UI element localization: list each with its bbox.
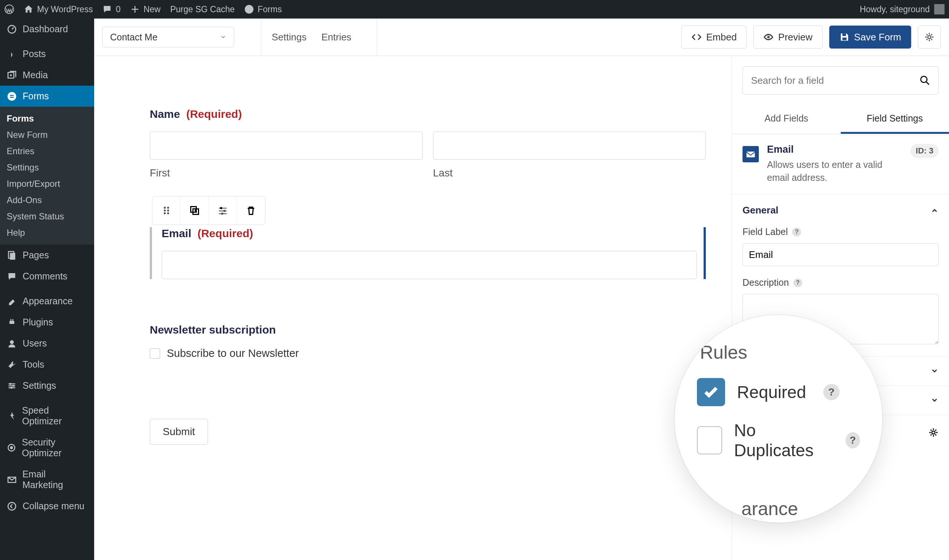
pin-icon [7, 49, 17, 59]
site-name-link[interactable]: My WordPress [24, 5, 93, 14]
eye-icon [763, 32, 774, 42]
first-name-input[interactable] [150, 132, 423, 160]
email-input[interactable] [161, 251, 697, 279]
name-field-label: Name (Required) [150, 108, 706, 120]
subitem-addons[interactable]: Add-Ons [0, 192, 94, 208]
cond-logic-settings[interactable] [928, 427, 938, 439]
preview-button[interactable]: Preview [753, 26, 822, 49]
svg-rect-6 [10, 97, 14, 98]
help-icon[interactable]: ? [846, 432, 860, 448]
toolbar-settings-link[interactable]: Settings [272, 31, 306, 43]
svg-point-17 [10, 446, 13, 449]
sidebar-item-collapse[interactable]: Collapse menu [0, 495, 94, 517]
purge-cache-link[interactable]: Purge SG Cache [170, 5, 235, 14]
comments-link[interactable]: 0 [102, 5, 120, 14]
sidebar-item-users[interactable]: Users [0, 333, 94, 354]
svg-point-23 [928, 35, 931, 38]
sidebar-item-media[interactable]: Media [0, 65, 94, 86]
svg-point-20 [768, 36, 770, 38]
toolbar-entries-link[interactable]: Entries [321, 31, 351, 43]
gear-icon [928, 427, 938, 438]
forms-icon [7, 91, 17, 102]
svg-rect-21 [842, 33, 846, 36]
no-duplicates-checkbox[interactable] [697, 426, 722, 454]
form-name: Contact Me [110, 32, 158, 43]
sidebar-item-speed[interactable]: Speed Optimizer [0, 400, 94, 432]
chevron-down-icon [931, 396, 938, 405]
svg-rect-39 [747, 152, 755, 157]
collapse-icon [7, 501, 17, 511]
duplicate-button[interactable] [180, 197, 209, 225]
search-input[interactable] [751, 75, 920, 86]
wp-logo[interactable] [5, 5, 14, 14]
subitem-status[interactable]: System Status [0, 208, 94, 225]
svg-point-19 [8, 502, 16, 510]
field-name[interactable]: Name (Required) First Last [150, 108, 706, 179]
new-content-link[interactable]: New [130, 5, 160, 14]
sidebar-item-settings[interactable]: Settings [0, 375, 94, 396]
delete-button[interactable] [237, 197, 265, 225]
field-id-badge: ID: 3 [911, 144, 938, 158]
svg-point-24 [163, 207, 165, 209]
drag-handle[interactable] [152, 197, 180, 225]
save-icon [839, 32, 850, 42]
sidebar-item-comments[interactable]: Comments [0, 266, 94, 287]
security-icon [7, 443, 16, 453]
section-general-header[interactable]: General [732, 194, 949, 226]
tab-field-settings[interactable]: Field Settings [841, 105, 949, 134]
submit-button[interactable]: Submit [150, 419, 208, 445]
email-marketing-icon [7, 474, 17, 485]
svg-point-29 [167, 212, 169, 214]
last-name-input[interactable] [433, 132, 706, 160]
embed-button[interactable]: Embed [681, 26, 747, 49]
subitem-import[interactable]: Import/Export [0, 176, 94, 192]
form-selector[interactable]: Contact Me [102, 27, 234, 48]
embed-icon [691, 32, 702, 42]
drag-icon [161, 205, 172, 216]
save-form-button[interactable]: Save Form [829, 26, 911, 49]
no-duplicates-label: No Duplicates [734, 420, 829, 460]
tab-add-fields[interactable]: Add Fields [732, 105, 841, 134]
chevron-down-icon [220, 34, 226, 40]
zoom-callout: Rules Required ? No Duplicates ? arance [675, 315, 882, 523]
trash-icon [245, 205, 257, 216]
subitem-settings[interactable]: Settings [0, 159, 94, 176]
sidebar-item-forms[interactable]: Forms [0, 86, 94, 107]
field-toolbar [152, 196, 265, 225]
sidebar-item-plugins[interactable]: Plugins [0, 312, 94, 333]
svg-point-38 [921, 76, 927, 83]
sidebar-item-security[interactable]: Security Optimizer [0, 432, 94, 464]
field-newsletter[interactable]: Newsletter subscription Subscribe to our… [150, 323, 706, 360]
comments-count: 0 [116, 5, 120, 14]
sidebar-item-tools[interactable]: Tools [0, 354, 94, 375]
sidebar-item-pages[interactable]: Pages [0, 245, 94, 266]
subitem-new-form[interactable]: New Form [0, 127, 94, 143]
rules-heading: Rules [700, 342, 860, 363]
subitem-forms[interactable]: Forms [0, 111, 94, 127]
help-icon[interactable]: ? [792, 228, 801, 237]
sidebar-item-dashboard[interactable]: Dashboard [0, 18, 94, 40]
plugins-icon [7, 317, 17, 328]
settings-button[interactable] [209, 197, 237, 225]
chevron-up-icon [931, 206, 938, 215]
subitem-entries[interactable]: Entries [0, 143, 94, 159]
newsletter-checkbox[interactable] [150, 348, 160, 359]
chevron-down-icon [931, 367, 938, 375]
form-settings-button[interactable] [918, 26, 941, 49]
field-search[interactable] [743, 66, 938, 94]
sidebar-item-posts[interactable]: Posts [0, 43, 94, 65]
sliders-icon [217, 205, 228, 216]
site-name: My WordPress [37, 5, 93, 14]
help-icon[interactable]: ? [823, 384, 840, 400]
field-label-input[interactable] [743, 243, 938, 266]
forms-link[interactable]: Forms [244, 5, 282, 14]
required-checkbox[interactable] [697, 378, 725, 406]
user-menu[interactable]: Howdy, siteground [860, 4, 944, 14]
field-type-name: Email [767, 144, 902, 155]
sidebar-item-email-marketing[interactable]: Email Marketing [0, 464, 94, 495]
field-email[interactable]: Email (Required) [150, 227, 706, 279]
sidebar-item-appearance[interactable]: Appearance [0, 291, 94, 312]
svg-rect-22 [842, 37, 846, 40]
help-icon[interactable]: ? [793, 278, 802, 287]
subitem-help[interactable]: Help [0, 225, 94, 241]
